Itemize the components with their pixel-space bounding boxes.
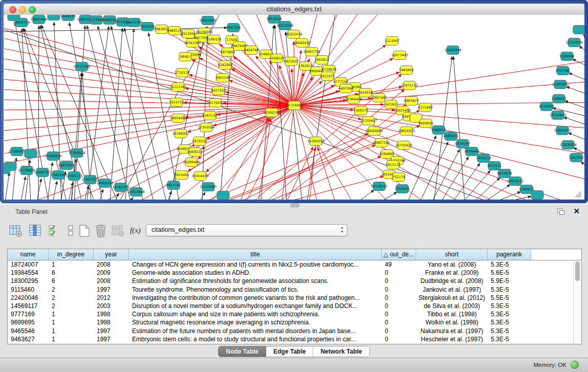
graph-node[interactable]: 9699695 [419, 119, 433, 128]
graph-node[interactable]: 14138141 [371, 182, 387, 191]
graph-node[interactable]: 17359924 [68, 149, 85, 158]
graph-node[interactable]: 2803144 [215, 74, 230, 82]
graph-node[interactable]: 8215958 [539, 102, 554, 111]
graph-node[interactable]: 15751874 [565, 38, 582, 47]
graph-node[interactable]: 3875685 [221, 48, 235, 57]
graph-node[interactable]: 1213967 [385, 37, 400, 46]
graph-node[interactable]: 18807249 [373, 139, 389, 147]
graph-node[interactable]: 7485063 [399, 66, 414, 75]
column-header[interactable]: year [94, 249, 129, 260]
graph-node[interactable]: 16648784 [444, 46, 461, 55]
graph-node[interactable]: 7857224 [226, 24, 241, 32]
graph-node[interactable]: 1527602 [89, 16, 104, 25]
graph-node[interactable]: 98901 [179, 53, 191, 61]
graph-node[interactable]: 20153346 [73, 62, 90, 71]
function-builder-icon[interactable]: f(x) [130, 226, 141, 235]
column-header[interactable]: short [416, 249, 488, 260]
graph-node[interactable]: 16210643 [549, 111, 566, 120]
window-resize-grip[interactable] [573, 189, 583, 199]
graph-node[interactable]: 7955812 [315, 56, 330, 64]
graph-node[interactable]: 18325419 [285, 30, 302, 39]
graph-node[interactable]: 6497568 [339, 84, 354, 93]
close-panel-icon[interactable]: ✕ [573, 207, 580, 216]
network-canvas[interactable]: 1405571420691406204917810653287152760294… [4, 15, 584, 200]
graph-node[interactable]: 7615526 [140, 23, 155, 31]
graph-node[interactable]: 7386372 [354, 106, 368, 115]
graph-node[interactable]: 19756928 [395, 141, 412, 150]
graph-node[interactable]: 12505135 [66, 172, 82, 181]
delete-table-icon[interactable] [112, 224, 125, 237]
graph-node[interactable]: 16961758 [303, 48, 320, 56]
graph-node[interactable]: 8454749 [244, 46, 259, 55]
tab-edge-table[interactable]: Edge Table [266, 346, 313, 357]
graph-node[interactable]: 12942757 [34, 168, 51, 177]
graph-node[interactable]: 16914479 [191, 172, 208, 181]
graph-node[interactable]: 11156829 [18, 166, 35, 175]
graph-node[interactable]: 1244413 [552, 95, 567, 103]
show-column-icon[interactable] [29, 224, 42, 237]
graph-node[interactable]: 62160 [385, 100, 397, 109]
row-toggle-icon[interactable] [64, 224, 78, 237]
graph-node[interactable]: 8186328 [207, 35, 222, 44]
graph-node[interactable]: 15720407 [360, 117, 377, 125]
scrollbar-thumb[interactable] [575, 261, 580, 281]
graph-node[interactable]: 25206059 [8, 147, 25, 156]
graph-node[interactable]: 7632621 [487, 162, 502, 170]
column-header[interactable]: name [8, 249, 49, 260]
table-row[interactable]: 1872400712008Changes of HCN gene express… [8, 260, 574, 269]
graph-node[interactable]: 17957223 [81, 176, 98, 184]
graph-node[interactable]: 19654923 [398, 127, 415, 136]
column-header[interactable]: pagerank [488, 249, 531, 260]
table-mode-icon[interactable] [9, 224, 23, 237]
column-header[interactable]: title [129, 249, 382, 260]
graph-node[interactable]: 6879197 [455, 140, 470, 148]
table-row[interactable]: 946362711997Embryonic stem cells: a mode… [8, 335, 574, 343]
graph-node[interactable] [4, 165, 10, 174]
graph-node[interactable]: 19218596 [276, 21, 293, 30]
graph-node[interactable]: 16099489 [183, 158, 200, 167]
table-row[interactable]: 1830029562008Estimation of significance … [8, 277, 574, 285]
graph-node[interactable] [25, 149, 37, 158]
graph-node[interactable]: 10688609 [365, 127, 382, 136]
graph-node[interactable]: 9329966 [560, 52, 575, 61]
graph-node[interactable]: 19166822 [172, 129, 189, 138]
graph-node[interactable]: 917004 [209, 99, 222, 107]
graph-node[interactable]: 1753426 [395, 185, 410, 193]
graph-node[interactable]: 9498222 [188, 148, 203, 157]
table-row[interactable]: 2242004622012Investigating the contribut… [8, 294, 574, 302]
graph-node[interactable]: 9227341 [556, 67, 571, 75]
graph-node[interactable]: 5878332 [192, 137, 207, 146]
graph-node[interactable]: 18724007 [286, 101, 302, 110]
column-header[interactable]: in_degree [49, 249, 94, 260]
graph-node[interactable]: 12975115 [401, 81, 418, 90]
graph-node[interactable] [48, 15, 60, 20]
table-row[interactable]: 911546021997Tourette syndrome. Phenomeno… [8, 286, 574, 294]
graph-node[interactable]: 19975857 [58, 161, 75, 170]
graph-node[interactable]: 20364456 [345, 95, 362, 104]
graph-node[interactable] [217, 191, 229, 200]
network-window-titlebar[interactable]: citations_edges.txt [4, 4, 584, 15]
table-row[interactable]: 977716911998Corpus callosum shape and si… [8, 310, 574, 318]
graph-node[interactable]: 1640954 [431, 126, 446, 135]
graph-node[interactable]: 752274 [393, 173, 405, 182]
table-selector-dropdown[interactable]: citations_edges.txt ▲▼ [146, 224, 347, 236]
table-row[interactable]: 969969511998Structural magnetic resonanc… [8, 318, 574, 326]
graph-node[interactable]: 16543382 [184, 39, 201, 48]
graph-node[interactable]: 19654985 [169, 114, 186, 123]
graph-node[interactable]: 9857791 [166, 181, 181, 190]
graph-node[interactable]: 1621072 [320, 72, 335, 81]
graph-node[interactable]: 15992971 [554, 126, 571, 135]
graph-node[interactable]: 12213363 [169, 83, 186, 92]
graph-node[interactable]: 1167533 [569, 154, 584, 162]
graph-node[interactable]: 2933114 [476, 154, 491, 163]
graph-node[interactable]: 9960129 [167, 27, 182, 35]
graph-node[interactable] [531, 191, 543, 200]
graph-node[interactable]: 12093872 [552, 80, 569, 89]
column-checks-icon[interactable] [48, 224, 61, 237]
graph-node[interactable]: 10654112 [507, 177, 524, 186]
graph-node[interactable]: 8427552 [211, 86, 226, 95]
new-column-icon[interactable] [78, 224, 91, 237]
graph-node[interactable]: 10807487 [370, 94, 387, 102]
graph-node[interactable]: 2049178 [61, 15, 76, 21]
graph-node[interactable]: 1588520 [270, 54, 285, 63]
